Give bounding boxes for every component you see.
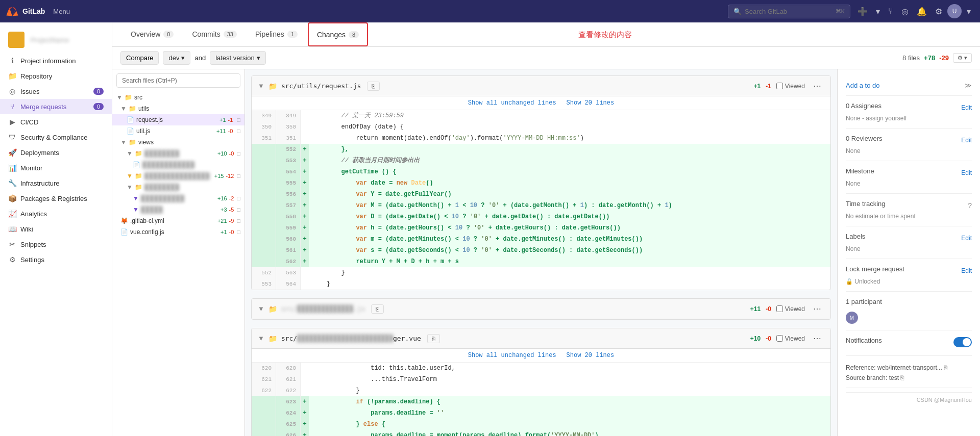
line-code: return moment(date).endOf('day').format(… bbox=[309, 133, 830, 144]
settings-icon-button[interactable]: ⚙ bbox=[932, 4, 945, 19]
sidebar-item-wiki[interactable]: 📖 Wiki bbox=[0, 221, 112, 237]
sidebar-item-repository[interactable]: 📁 Repository bbox=[0, 68, 112, 84]
collapse-icon-ger-vue[interactable]: ▼ bbox=[258, 335, 264, 342]
viewed-checkbox-ger-vue[interactable] bbox=[776, 335, 783, 342]
diff-expand-all-request-js: Show all unchanged lines Show 20 lines bbox=[252, 96, 830, 110]
collapse-icon-blurred[interactable]: ▼ bbox=[258, 305, 264, 313]
file-search-input[interactable] bbox=[116, 73, 240, 88]
lock-edit-button[interactable]: Edit bbox=[961, 267, 972, 274]
issues-badge: 0 bbox=[93, 88, 104, 95]
src-folder-label: src bbox=[134, 94, 142, 101]
source-branch-copy-icon[interactable]: ⎘ bbox=[900, 374, 904, 381]
time-tracking-help-icon[interactable]: ? bbox=[968, 201, 972, 210]
tree-file-vue-config[interactable]: 📄 vue.config.js +1 -0 □ bbox=[112, 226, 244, 238]
packages-icon: 📦 bbox=[8, 194, 16, 202]
diff-viewed-request-js[interactable]: Viewed bbox=[776, 83, 805, 90]
sidebar-item-issues[interactable]: ◎ Issues 0 bbox=[0, 84, 112, 99]
tree-blurred-file-3[interactable]: ▼ █████ +3 -5 □ bbox=[112, 204, 244, 215]
diff-more-button-blurred[interactable]: ⋯ bbox=[810, 303, 824, 315]
show-all-link-request-js[interactable]: Show all unchanged lines bbox=[468, 99, 556, 107]
viewed-checkbox-request-js[interactable] bbox=[776, 83, 783, 89]
tree-blurred-folder-1[interactable]: ▼ 📁 ████████ +10 -0 □ bbox=[112, 148, 244, 159]
milestone-edit-button[interactable]: Edit bbox=[961, 169, 972, 176]
diff-more-button-request-js[interactable]: ⋯ bbox=[810, 80, 824, 92]
tree-blurred-folder-3[interactable]: ▼ 📁 ████████ bbox=[112, 182, 244, 193]
copy-path-request-js[interactable]: ⎘ bbox=[367, 82, 380, 91]
sidebar-item-packages[interactable]: 📦 Packages & Registries bbox=[0, 191, 112, 206]
line-code: var date = new Date() bbox=[309, 177, 830, 189]
tree-file-util-js[interactable]: 📄 util.js +11 -0 □ bbox=[112, 125, 244, 137]
show-20-link-request-js[interactable]: Show 20 lines bbox=[567, 99, 615, 107]
tab-changes[interactable]: Changes 8 bbox=[308, 22, 368, 46]
request-js-label: request.js bbox=[136, 116, 163, 123]
line-code: params.deadline = '' bbox=[309, 407, 830, 419]
assignees-edit-button[interactable]: Edit bbox=[961, 104, 972, 111]
tree-blurred-file-1[interactable]: 📄 ████████████ bbox=[112, 159, 244, 170]
tree-blurred-file-2[interactable]: ▼ ██████████ +16 -2 □ bbox=[112, 193, 244, 204]
labels-edit-button[interactable]: Edit bbox=[961, 235, 972, 242]
branch1-select[interactable]: dev ▾ bbox=[163, 51, 190, 65]
tree-folder-src[interactable]: ▼ 📁 src bbox=[112, 92, 244, 103]
sidebar-item-settings[interactable]: ⚙ Settings bbox=[0, 252, 112, 267]
bell-icon-button[interactable]: 🔔 bbox=[914, 4, 930, 19]
user-avatar[interactable]: U bbox=[947, 4, 962, 18]
sidebar-item-merge-requests[interactable]: ⑂ Merge requests 0 bbox=[0, 99, 112, 114]
viewed-checkbox-blurred[interactable] bbox=[776, 305, 783, 312]
sidebar-item-snippets[interactable]: ✂ Snippets bbox=[0, 237, 112, 252]
sidebar-item-cicd[interactable]: ▶ CI/CD bbox=[0, 114, 112, 130]
blurred-file-3-removed: -5 bbox=[229, 207, 234, 213]
copy-path-blurred[interactable]: ⎘ bbox=[371, 304, 384, 314]
diff-viewed-ger-vue[interactable]: Viewed bbox=[776, 335, 805, 342]
tree-folder-utils[interactable]: ▼ 📁 utils bbox=[112, 103, 244, 114]
blurred-file-3-label: █████ bbox=[141, 206, 163, 213]
line-num-left bbox=[252, 200, 276, 211]
utils-folder-expand: ▼ bbox=[120, 105, 127, 112]
rp-add-todo-section: Add a to do ≫ bbox=[846, 75, 972, 96]
line-num-left bbox=[252, 144, 276, 155]
expand-todo-icon[interactable]: ≫ bbox=[965, 82, 972, 89]
sidebar-item-infrastructure[interactable]: 🔧 Infrastructure bbox=[0, 175, 112, 191]
tab-pipelines[interactable]: Pipelines 1 bbox=[247, 22, 306, 46]
line-num-right: 351 bbox=[276, 133, 301, 144]
notifications-toggle[interactable] bbox=[953, 337, 972, 347]
diff-viewed-blurred[interactable]: Viewed bbox=[776, 305, 805, 313]
show-20-link-ger-vue[interactable]: Show 20 lines bbox=[567, 352, 615, 359]
search-box[interactable]: 🔍 ⌘K bbox=[728, 5, 850, 18]
diff-settings-button[interactable]: ⚙ ▾ bbox=[953, 53, 972, 63]
branch2-select[interactable]: latest version ▾ bbox=[210, 51, 266, 65]
tree-folder-views[interactable]: ▼ 📁 views bbox=[112, 137, 244, 148]
search-input[interactable] bbox=[745, 8, 832, 15]
copy-path-ger-vue[interactable]: ⎘ bbox=[427, 334, 440, 343]
menu-button[interactable]: Menu bbox=[49, 6, 74, 17]
rp-milestone-row: Milestone Edit bbox=[846, 167, 972, 178]
sidebar-item-monitor[interactable]: 📊 Monitor bbox=[0, 160, 112, 175]
avatar-dropdown[interactable]: ▾ bbox=[964, 4, 974, 19]
blurred-folder-2-label: ███████████████ bbox=[144, 172, 210, 179]
tree-file-request-js[interactable]: 📄 request.js +1 -1 □ bbox=[112, 114, 244, 125]
sidebar-item-deployments[interactable]: 🚀 Deployments bbox=[0, 145, 112, 160]
sidebar-item-security[interactable]: 🛡 Security & Compliance bbox=[0, 130, 112, 145]
compare-button[interactable]: Compare bbox=[120, 51, 159, 65]
plus-button[interactable]: ➕ bbox=[854, 4, 871, 19]
show-all-link-ger-vue[interactable]: Show all unchanged lines bbox=[468, 352, 556, 359]
diff-lines-ger-vue: Show all unchanged lines Show 20 lines 6… bbox=[252, 349, 830, 436]
sidebar-item-analytics[interactable]: 📈 Analytics bbox=[0, 206, 112, 221]
dropdown-button[interactable]: ▾ bbox=[873, 4, 883, 19]
tab-commits[interactable]: Commits 33 bbox=[184, 22, 244, 46]
collapse-icon-request-js[interactable]: ▼ bbox=[258, 82, 264, 90]
reviewers-edit-button[interactable]: Edit bbox=[961, 137, 972, 144]
assignees-value: None - assign yourself bbox=[846, 115, 972, 122]
file-path-request-js: src/utils/request.js bbox=[281, 82, 361, 90]
views-folder-label: views bbox=[138, 139, 154, 146]
issues-icon-button[interactable]: ◎ bbox=[898, 4, 912, 19]
merge-request-icon-button[interactable]: ⑂ bbox=[885, 4, 896, 19]
tree-blurred-folder-2[interactable]: ▼ 📁 ███████████████ +15 -12 □ bbox=[112, 170, 244, 182]
tree-file-gitlab-ci[interactable]: 🦊 .gitlab-ci.yml +21 -9 □ bbox=[112, 215, 244, 226]
tab-overview[interactable]: Overview 0 bbox=[122, 22, 182, 46]
monitor-icon: 📊 bbox=[8, 164, 16, 172]
sidebar-item-project-info[interactable]: ℹ Project information bbox=[0, 53, 112, 68]
diff-more-button-ger-vue[interactable]: ⋯ bbox=[810, 332, 824, 344]
branch2-chevron: ▾ bbox=[257, 54, 260, 62]
rp-labels-row: Labels Edit bbox=[846, 233, 972, 243]
reference-copy-icon[interactable]: ⎘ bbox=[944, 364, 947, 371]
